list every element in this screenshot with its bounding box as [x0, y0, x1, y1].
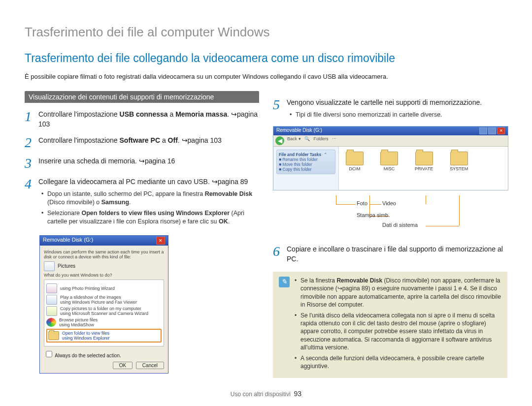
folder-private[interactable]: PRIVATE: [415, 152, 433, 185]
back-icon[interactable]: ◀: [275, 136, 284, 145]
always-checkbox[interactable]: [46, 351, 52, 357]
step-1-body: Controllare l'impostazione USB connessa …: [38, 110, 259, 129]
step-5: 5 Vengono visualizzate le cartelle nei s…: [273, 98, 507, 121]
page-number: 93: [294, 390, 302, 398]
folder-labels-diagram: Foto Video Stampa simb. Dati di sistema: [311, 195, 469, 238]
option-open-folder-selected[interactable]: Open folder to view filesusing Windows E…: [46, 329, 162, 343]
step-4-bullet-2: Selezionare Open folders to view files u…: [47, 209, 259, 226]
note-icon: ✎: [279, 277, 290, 287]
slideshow-icon: [46, 295, 57, 305]
document-page: Trasferimento dei file al computer Windo…: [0, 0, 532, 406]
option-slideshow[interactable]: Play a slideshow of the imagesusing Wind…: [46, 295, 162, 305]
step-1: 1 Controllare l'impostazione USB conness…: [25, 110, 259, 129]
scanner-wizard-icon: [46, 306, 57, 316]
step-5-body: Vengono visualizzate le cartelle nei sup…: [287, 98, 507, 121]
folder-icon: [450, 152, 468, 165]
folder-icon: [415, 152, 433, 165]
page-title: Trasferimento dei file al computer Windo…: [25, 25, 507, 40]
toolbar-items: Back ▾ 🔍 Folders ⋯: [287, 136, 336, 145]
mediashow-icon: [46, 318, 56, 327]
step-3: 3 Inserire una scheda di memoria. ↪pagin…: [25, 156, 259, 170]
explorer-sidebar: File and Folder Tasks ⌃ ■ Rename this fo…: [273, 147, 339, 190]
folder-system[interactable]: SYSTEM: [450, 152, 468, 185]
explorer-main: DCIM MISC PRIVATE SYSTEM: [339, 147, 508, 190]
dialog-intro-text: Windows can perform the same action each…: [44, 250, 164, 259]
dialog-question: What do you want Windows to do?: [44, 273, 164, 278]
left-column: Visualizzazione dei contenuti dei suppor…: [25, 91, 259, 378]
explorer-title-text: Removable Disk (G:): [276, 127, 322, 134]
step-4: 4 Collegare la videocamera al PC mediant…: [25, 177, 259, 228]
option-photo-wizard[interactable]: using Photo Printing Wizard: [46, 283, 162, 293]
printing-wizard-icon: [46, 283, 57, 293]
right-column: 5 Vengono visualizzate le cartelle nei s…: [273, 91, 507, 378]
step-5-bullet-1: Tipi di file diversi sono memorizzati in…: [296, 111, 507, 120]
note-box: ✎ Se la finestra Removable Disk (Disco r…: [273, 272, 507, 378]
folder-icon: [346, 152, 364, 165]
pictures-row: Pictures: [44, 261, 164, 271]
ok-button[interactable]: OK: [113, 362, 133, 369]
dialog-title: Removable Disk (G:): [43, 237, 93, 245]
note-3: A seconda delle funzioni della videocame…: [295, 354, 501, 370]
note-1: Se la finestra Removable Disk (Disco rim…: [295, 277, 501, 309]
option-browse-pictures[interactable]: Browse picture filesusing MediaShow: [46, 317, 162, 327]
explorer-window: Removable Disk (G:) ✕ ◀ Back ▾ 🔍 Folders…: [273, 126, 508, 190]
footer-text: Uso con altri dispositivi: [231, 391, 291, 398]
option-copy-pictures[interactable]: Copy pictures to a folder on my computer…: [46, 306, 162, 316]
step-6: 6 Copiare e incollare o trascinare i fil…: [273, 245, 507, 264]
folder-misc[interactable]: MISC: [380, 152, 398, 185]
folder-dcim[interactable]: DCIM: [346, 152, 364, 185]
explorer-titlebar: Removable Disk (G:) ✕: [273, 126, 508, 135]
always-label: Always do the selected action.: [55, 353, 121, 358]
step-4-body: Collegare la videocamera al PC mediante …: [38, 177, 259, 228]
sidebar-tasks: File and Folder Tasks ⌃ ■ Rename this fo…: [276, 150, 335, 174]
pictures-icon: [44, 261, 55, 271]
step-6-body: Copiare e incollare o trascinare i file …: [287, 245, 507, 264]
step-number-4: 4: [25, 177, 33, 228]
folder-icon: [380, 152, 398, 165]
explorer-window-controls[interactable]: ✕: [479, 127, 505, 134]
step-number-3: 3: [25, 156, 33, 170]
intro-text: È possibile copiare filmati o foto regis…: [25, 73, 507, 80]
close-icon[interactable]: ✕: [156, 237, 165, 245]
removable-disk-dialog: Removable Disk (G:) ✕ Windows can perfor…: [39, 235, 168, 374]
label-stampa: Stampa simb.: [357, 212, 390, 218]
folder-icon: [48, 331, 59, 340]
dialog-titlebar: Removable Disk (G:) ✕: [40, 236, 168, 246]
explorer-toolbar: ◀ Back ▾ 🔍 Folders ⋯: [273, 135, 508, 147]
cancel-button[interactable]: Cancel: [136, 362, 164, 369]
label-dati: Dati di sistema: [382, 222, 418, 228]
section-header: Visualizzazione dei contenuti dei suppor…: [25, 91, 259, 103]
step-2-body: Controllare l'impostazione Software PC a…: [38, 136, 259, 150]
note-2: Se l'unità disco della videocamera colle…: [295, 312, 501, 351]
step-number-2: 2: [25, 136, 33, 150]
step-number-1: 1: [25, 110, 33, 129]
step-number-6: 6: [273, 245, 282, 264]
step-2: 2 Controllare l'impostazione Software PC…: [25, 136, 259, 150]
step-number-5: 5: [273, 98, 282, 121]
step-3-body: Inserire una scheda di memoria. ↪pagina …: [38, 156, 259, 170]
two-column-layout: Visualizzazione dei contenuti dei suppor…: [25, 91, 507, 378]
page-subtitle: Trasferimento dei file collegando la vid…: [25, 52, 507, 65]
page-footer: Uso con altri dispositivi 93: [25, 390, 507, 398]
label-foto: Foto: [357, 200, 367, 206]
step-4-bullet-1: Dopo un istante, sullo schermo del PC, a…: [47, 190, 259, 207]
label-video: Video: [382, 200, 396, 206]
